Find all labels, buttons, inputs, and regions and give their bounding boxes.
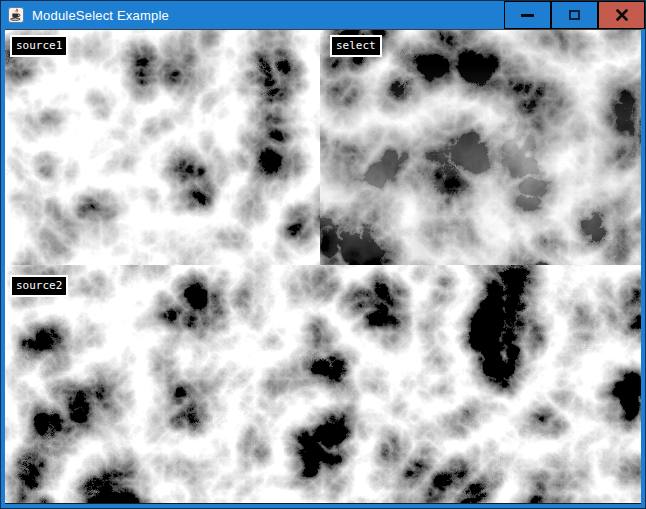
render-canvas: source1 select source2 [5, 29, 641, 504]
label-select: select [330, 35, 382, 57]
select-texture [320, 30, 641, 265]
titlebar[interactable]: ModuleSelect Example [1, 1, 645, 29]
window-title: ModuleSelect Example [32, 8, 169, 23]
minimize-icon [521, 14, 534, 17]
close-button[interactable] [598, 1, 645, 29]
app-window: ModuleSelect Example [0, 0, 646, 509]
close-icon [616, 9, 628, 21]
window-controls [504, 1, 645, 29]
label-source1: source1 [10, 35, 68, 57]
maximize-button[interactable] [551, 1, 598, 29]
label-source2: source2 [10, 275, 68, 297]
source1-texture [5, 30, 320, 265]
source2-texture [5, 265, 641, 504]
maximize-icon [569, 10, 580, 20]
java-coffee-cup-icon [8, 7, 24, 23]
minimize-button[interactable] [504, 1, 551, 29]
